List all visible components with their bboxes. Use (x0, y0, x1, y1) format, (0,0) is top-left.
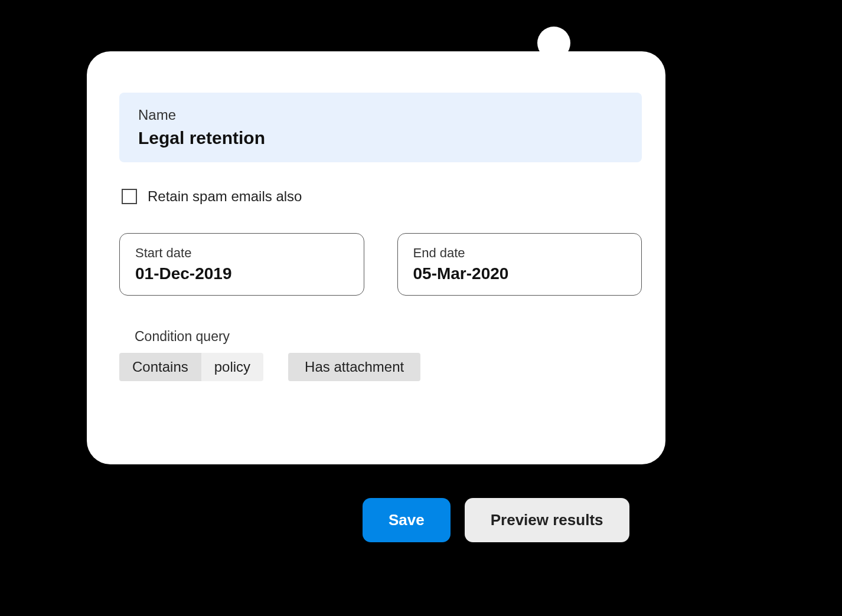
preview-results-button[interactable]: Preview results (465, 498, 629, 542)
end-date-label: End date (413, 245, 626, 261)
condition-value: policy (201, 353, 263, 381)
start-date-value: 01-Dec-2019 (135, 264, 348, 283)
condition-chip-contains[interactable]: Contains policy (119, 353, 263, 381)
name-value: Legal retention (138, 128, 623, 148)
condition-chips-row: Contains policy Has attachment (119, 353, 642, 381)
name-field-section[interactable]: Name Legal retention (119, 93, 642, 162)
retention-form-card: Name Legal retention Retain spam emails … (87, 51, 665, 464)
action-buttons-row: Save Preview results (363, 498, 629, 542)
condition-query-section: Condition query Contains policy Has atta… (119, 329, 642, 381)
retain-spam-checkbox[interactable] (122, 189, 137, 204)
save-button[interactable]: Save (363, 498, 451, 542)
start-date-field[interactable]: Start date 01-Dec-2019 (119, 233, 364, 296)
condition-operator: Contains (119, 353, 201, 381)
condition-chip-attachment[interactable]: Has attachment (288, 353, 420, 381)
end-date-value: 05-Mar-2020 (413, 264, 626, 283)
end-date-field[interactable]: End date 05-Mar-2020 (397, 233, 642, 296)
retain-spam-row: Retain spam emails also (119, 188, 642, 205)
name-label: Name (138, 107, 623, 123)
date-range-row: Start date 01-Dec-2019 End date 05-Mar-2… (119, 233, 642, 296)
retain-spam-label: Retain spam emails also (148, 188, 302, 205)
condition-query-label: Condition query (135, 329, 642, 345)
start-date-label: Start date (135, 245, 348, 261)
